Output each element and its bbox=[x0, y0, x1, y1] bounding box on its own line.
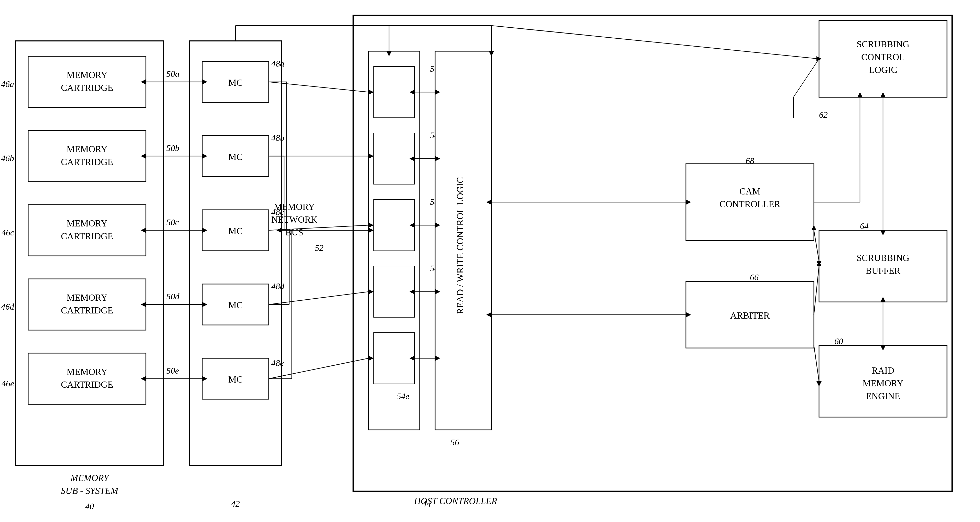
svg-text:MEMORY: MEMORY bbox=[67, 144, 108, 154]
svg-text:46d: 46d bbox=[1, 302, 14, 311]
svg-text:MC: MC bbox=[228, 78, 243, 88]
svg-text:CARTRIDGE: CARTRIDGE bbox=[61, 231, 113, 241]
svg-text:CARTRIDGE: CARTRIDGE bbox=[61, 305, 113, 315]
svg-text:CONTROLLER: CONTROLLER bbox=[719, 199, 780, 209]
svg-text:40: 40 bbox=[85, 501, 94, 511]
svg-text:CARTRIDGE: CARTRIDGE bbox=[61, 157, 113, 167]
svg-text:CAM: CAM bbox=[740, 186, 760, 197]
svg-text:60: 60 bbox=[834, 336, 843, 346]
svg-text:MC: MC bbox=[228, 152, 243, 162]
svg-text:MEMORY: MEMORY bbox=[274, 202, 315, 212]
svg-rect-14 bbox=[28, 279, 146, 330]
svg-rect-2 bbox=[28, 56, 146, 107]
svg-text:SCRUBBING: SCRUBBING bbox=[857, 39, 909, 49]
svg-text:50b: 50b bbox=[166, 143, 180, 153]
svg-text:CARTRIDGE: CARTRIDGE bbox=[61, 83, 113, 93]
svg-text:SCRUBBING: SCRUBBING bbox=[857, 253, 909, 263]
svg-text:MEMORY: MEMORY bbox=[67, 293, 108, 303]
svg-text:46b: 46b bbox=[1, 154, 14, 163]
svg-text:MC: MC bbox=[228, 300, 243, 310]
svg-text:64: 64 bbox=[860, 221, 869, 231]
svg-text:56: 56 bbox=[450, 438, 459, 447]
svg-text:MEMORY: MEMORY bbox=[862, 378, 904, 388]
svg-text:68: 68 bbox=[746, 156, 754, 166]
svg-text:48b: 48b bbox=[271, 133, 284, 143]
svg-text:62: 62 bbox=[819, 110, 828, 119]
svg-text:LOGIC: LOGIC bbox=[869, 65, 897, 75]
svg-text:MEMORY: MEMORY bbox=[70, 473, 110, 483]
svg-rect-18 bbox=[28, 353, 146, 404]
svg-text:46c: 46c bbox=[2, 228, 14, 237]
svg-rect-74 bbox=[374, 200, 415, 251]
svg-text:NETWORK: NETWORK bbox=[271, 215, 317, 224]
svg-text:50a: 50a bbox=[166, 69, 180, 78]
svg-text:MEMORY: MEMORY bbox=[67, 367, 108, 377]
svg-text:MEMORY: MEMORY bbox=[67, 218, 108, 229]
svg-text:SUB - SYSTEM: SUB - SYSTEM bbox=[61, 485, 119, 496]
svg-text:48e: 48e bbox=[271, 358, 284, 368]
svg-text:46a: 46a bbox=[1, 79, 14, 89]
svg-text:BUFFER: BUFFER bbox=[865, 266, 900, 276]
svg-text:MEMORY: MEMORY bbox=[67, 70, 108, 80]
svg-rect-76 bbox=[374, 266, 415, 317]
svg-text:66: 66 bbox=[750, 272, 759, 282]
svg-text:MC: MC bbox=[228, 226, 243, 236]
svg-text:46e: 46e bbox=[2, 379, 14, 388]
svg-text:48a: 48a bbox=[271, 59, 284, 68]
svg-rect-72 bbox=[374, 133, 415, 184]
svg-text:RAID: RAID bbox=[872, 365, 894, 376]
svg-text:ARBITER: ARBITER bbox=[730, 310, 770, 321]
svg-text:MC: MC bbox=[228, 374, 243, 385]
svg-text:ENGINE: ENGINE bbox=[866, 391, 900, 401]
svg-text:50e: 50e bbox=[166, 366, 179, 376]
svg-text:44: 44 bbox=[422, 499, 431, 508]
svg-text:CONTROL: CONTROL bbox=[861, 52, 905, 62]
svg-text:48d: 48d bbox=[271, 282, 285, 291]
svg-text:CARTRIDGE: CARTRIDGE bbox=[61, 379, 113, 390]
svg-rect-6 bbox=[28, 130, 146, 182]
svg-rect-78 bbox=[374, 333, 415, 384]
svg-rect-25 bbox=[189, 41, 282, 466]
svg-rect-10 bbox=[28, 205, 146, 256]
svg-text:54e: 54e bbox=[397, 392, 409, 401]
svg-text:42: 42 bbox=[231, 499, 240, 508]
svg-rect-70 bbox=[374, 67, 415, 118]
diagram: text { font-family: 'Times New Roman', T… bbox=[0, 0, 980, 522]
svg-text:READ / WRITE CONTROL LOGIC: READ / WRITE CONTROL LOGIC bbox=[455, 177, 465, 314]
svg-text:50d: 50d bbox=[166, 292, 180, 301]
svg-text:52: 52 bbox=[315, 243, 323, 253]
svg-text:50c: 50c bbox=[166, 218, 179, 227]
